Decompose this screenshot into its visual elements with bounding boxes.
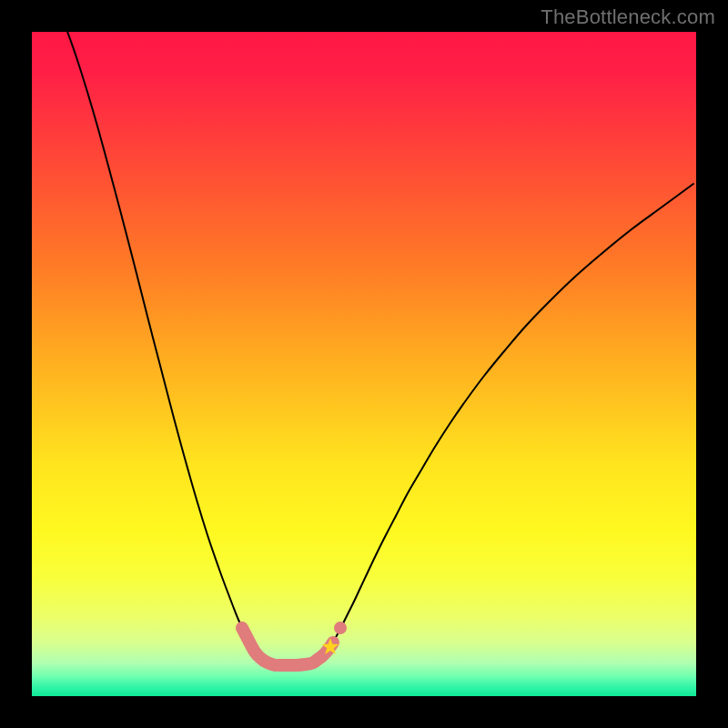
marker-dot-0 <box>334 622 347 634</box>
chart-frame: TheBottleneck.com <box>0 0 728 728</box>
watermark-text: TheBottleneck.com <box>541 5 715 29</box>
bottleneck-chart <box>0 0 728 728</box>
plot-background <box>32 32 696 696</box>
